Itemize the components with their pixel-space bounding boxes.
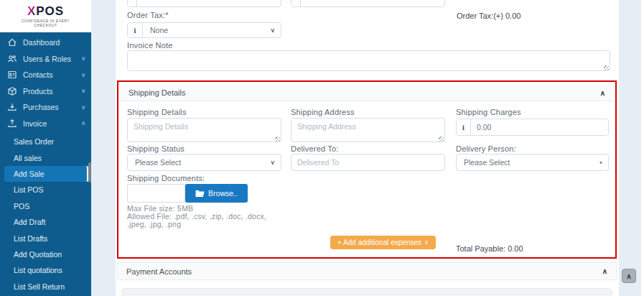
sidebar-item-add-draft[interactable]: Add Draft: [0, 214, 91, 230]
sidebar: Dashboard Users & Roles ∨ Contacts ∨ Pro…: [0, 0, 91, 296]
sub-item-label: All sales: [14, 154, 42, 162]
sidebar-item-add-quotation[interactable]: Add Quotation: [0, 246, 91, 262]
products-icon: [7, 86, 17, 96]
form-card: Order Tax:* i None ∨ Order Tax:(+) 0.00 …: [116, 0, 619, 296]
invoice-note-input[interactable]: [127, 50, 610, 71]
delivered-to-label: Delivered To:: [291, 144, 339, 153]
sidebar-item-label: Dashboard: [23, 38, 60, 47]
shipping-section-header[interactable]: Shipping Details ∧: [120, 85, 614, 101]
chevron-down-icon: ∨: [81, 88, 85, 94]
payment-accounts-title: Payment Accounts: [126, 267, 192, 276]
sidebar-item-list-sell-return[interactable]: List Sell Return: [0, 279, 91, 295]
app-window: Dashboard Users & Roles ∨ Contacts ∨ Pro…: [0, 0, 644, 296]
sidebar-item-list-pos[interactable]: List POS: [0, 182, 91, 198]
shipping-status-label: Shipping Status: [127, 144, 185, 153]
info-icon[interactable]: i: [128, 23, 143, 37]
sidebar-item-dashboard[interactable]: Dashboard: [0, 34, 91, 51]
shipping-status-select[interactable]: Please Select ∨: [127, 154, 281, 171]
sidebar-item-list-quotations[interactable]: List quotations: [0, 262, 91, 278]
sub-item-label: POS: [14, 202, 29, 211]
shipping-address-input[interactable]: [291, 118, 445, 142]
sub-item-label: Add Quotation: [14, 250, 62, 259]
sidebar-item-pos[interactable]: POS: [0, 198, 91, 214]
invoice-note-label: Invoice Note: [127, 41, 173, 50]
browse-button-label: Browse..: [208, 189, 238, 198]
chevron-up-icon[interactable]: ∧: [602, 267, 607, 275]
browse-button[interactable]: Browse..: [185, 184, 248, 203]
total-payable-text: Total Payable: 0.00: [456, 244, 523, 253]
resize-handle[interactable]: [275, 137, 280, 142]
chevron-up-icon: ∧: [626, 272, 631, 280]
sidebar-item-add-sale[interactable]: Add Sale: [4, 166, 89, 182]
order-tax-select[interactable]: i None ∨: [127, 22, 281, 38]
annotation-red-box: Shipping Details ∧ Shipping Details Ship…: [117, 80, 617, 259]
folder-icon: [195, 190, 205, 198]
sidebar-item-sales-order[interactable]: Sales Order: [0, 134, 91, 149]
add-additional-expenses-button[interactable]: + Add additional expenses ∨: [330, 236, 436, 249]
shipping-documents-label: Shipping Documents:: [127, 174, 205, 182]
sub-item-label: Add Sale: [14, 170, 45, 178]
input-prefix: [128, 0, 137, 6]
chevron-down-icon: ∨: [424, 239, 429, 246]
sidebar-nav: Dashboard Users & Roles ∨ Contacts ∨ Pro…: [0, 34, 91, 131]
shipping-address-label: Shipping Address: [291, 108, 355, 116]
input-prefix: [291, 0, 301, 6]
chevron-up-icon: ∧: [81, 120, 85, 126]
sidebar-item-products[interactable]: Products ∨: [0, 83, 91, 100]
shipping-details-input[interactable]: [127, 118, 281, 142]
sub-item-label: List Drafts: [14, 234, 47, 243]
resize-handle[interactable]: [439, 137, 444, 142]
sidebar-item-label: Invoice: [23, 119, 47, 128]
delivery-person-select[interactable]: Please Select ▾: [456, 154, 609, 171]
chevron-down-icon: ∨: [81, 55, 85, 62]
app-logo[interactable]: XPOS CONFIDENCE IN EVERY CHECKOUT: [0, 0, 91, 32]
chevron-up-icon[interactable]: ∧: [600, 89, 605, 97]
sidebar-item-all-sales[interactable]: All sales: [0, 149, 91, 165]
chevron-down-icon: ∨: [270, 159, 275, 166]
delivery-person-label: Delivery Person:: [456, 144, 516, 153]
users-icon: [7, 54, 17, 64]
allowed-files-text-line2: .jpeg, .jpg, .png: [127, 220, 181, 228]
order-tax-value: None: [150, 26, 168, 34]
sidebar-item-label: Contacts: [23, 70, 52, 79]
upload-icon: [7, 119, 17, 129]
sub-item-label: Add Draft: [14, 218, 45, 226]
shipping-status-value: Please Select: [135, 158, 181, 167]
shipping-section-title: Shipping Details: [129, 88, 186, 97]
sidebar-item-label: Purchases: [23, 103, 59, 111]
payment-accounts-header[interactable]: Payment Accounts ∧: [117, 262, 617, 280]
file-input[interactable]: [127, 184, 185, 203]
home-icon: [7, 37, 17, 47]
sub-item-label: List POS: [14, 185, 43, 194]
chevron-down-icon: ∨: [81, 104, 85, 111]
brand-text: XPOS: [27, 5, 64, 17]
delivery-person-value: Please Select: [464, 158, 510, 167]
invoice-submenu: Sales Order All sales Add Sale List POS …: [0, 134, 91, 295]
sub-item-label: List Sell Return: [14, 282, 65, 291]
scroll-to-top-button[interactable]: ∧: [622, 269, 636, 283]
shipping-charges-group: i: [456, 119, 609, 136]
shipping-charges-input[interactable]: [471, 119, 608, 135]
delivered-to-input[interactable]: [291, 154, 445, 171]
sidebar-item-users-roles[interactable]: Users & Roles ∨: [0, 51, 91, 68]
sidebar-item-purchases[interactable]: Purchases ∨: [0, 99, 91, 116]
add-expenses-label: + Add additional expenses: [337, 239, 421, 246]
shipping-charges-label: Shipping Charges: [456, 108, 521, 116]
order-tax-summary: Order Tax:(+) 0.00: [457, 11, 521, 20]
partial-input-group-left[interactable]: [127, 0, 281, 7]
contacts-icon: [7, 70, 17, 80]
chevron-down-icon: ∨: [81, 72, 85, 78]
brand-tagline: CONFIDENCE IN EVERY CHECKOUT: [14, 19, 78, 28]
sidebar-item-invoice[interactable]: Invoice ∧: [0, 116, 91, 132]
resize-handle[interactable]: [604, 65, 609, 70]
sidebar-item-contacts[interactable]: Contacts ∨: [0, 67, 91, 83]
order-tax-label: Order Tax:*: [127, 11, 169, 19]
sub-item-label: Sales Order: [14, 137, 54, 146]
select-caret-icon: ▾: [599, 159, 602, 166]
partial-input-group-right[interactable]: [291, 0, 445, 7]
sub-item-label: List quotations: [14, 266, 62, 274]
sidebar-item-list-drafts[interactable]: List Drafts: [0, 230, 91, 246]
info-icon[interactable]: i: [457, 119, 471, 135]
sidebar-item-label: Products: [23, 87, 52, 96]
sidebar-item-label: Users & Roles: [23, 55, 71, 63]
